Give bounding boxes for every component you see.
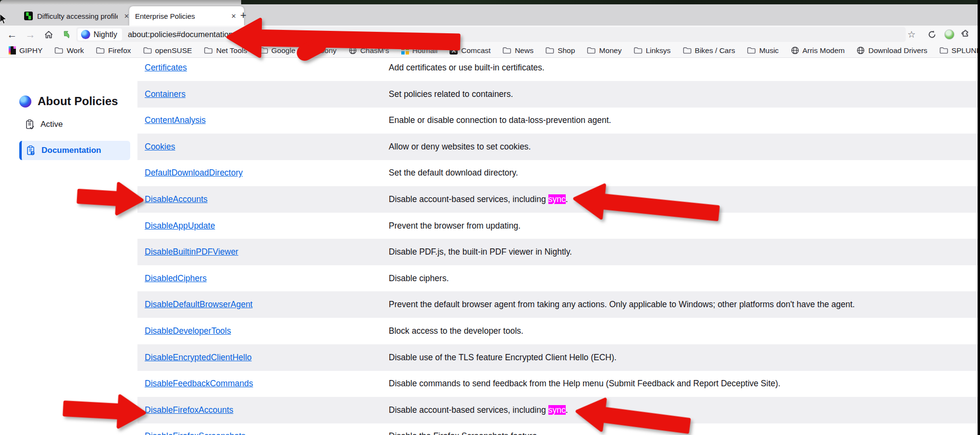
svg-text:?: ? — [32, 151, 34, 155]
policy-row: DisableAccountsDisable account-based ser… — [137, 186, 978, 213]
policy-row: DefaultDownloadDirectorySet the default … — [137, 160, 978, 186]
policy-row: DisabledCiphersDisable ciphers. — [137, 265, 978, 292]
puzzle-piece-icon — [960, 30, 969, 40]
folder-icon — [503, 47, 511, 54]
chip-label: Nightly — [94, 30, 117, 39]
bookmark-label: Linksys — [646, 46, 671, 55]
green-extension-button[interactable] — [941, 26, 957, 43]
bookmarks-toolbar: GIPHYWorkFirefoxopenSUSENet ToolsGoogleS… — [0, 43, 978, 58]
forward-button[interactable]: → — [22, 26, 39, 43]
folder-icon — [54, 47, 63, 54]
bookmark-label: openSUSE — [155, 46, 192, 55]
policy-link[interactable]: ContentAnalysis — [145, 115, 205, 125]
policy-link[interactable]: DisableFirefoxScreenshots — [145, 431, 245, 435]
policy-row: DisableEncryptedClientHelloDisable use o… — [137, 344, 978, 371]
search-engine-chip[interactable]: Nightly — [78, 28, 122, 41]
policy-link[interactable]: DefaultDownloadDirectory — [145, 168, 243, 178]
search-highlight: sync — [548, 194, 566, 204]
policy-link[interactable]: Containers — [145, 89, 186, 99]
policy-description: Set policies related to containers. — [389, 89, 513, 99]
bookmark-label: SPLUNK — [952, 46, 978, 55]
policy-row: DisableDefaultBrowserAgentPrevent the de… — [137, 291, 978, 318]
policy-description: Add certificates or use built-in certifi… — [389, 63, 544, 73]
bookmark-item[interactable]: GIPHY — [9, 46, 42, 55]
bookmark-item[interactable]: Sony — [308, 46, 337, 55]
url-text[interactable]: about:policies#documentation — [128, 30, 233, 39]
policy-link[interactable]: DisableFeedbackCommands — [145, 379, 253, 389]
bookmark-item[interactable]: Work — [54, 46, 84, 55]
firefox-nightly-logo-icon — [81, 30, 90, 39]
window-border — [0, 0, 241, 4]
bookmark-label: Firefox — [108, 46, 131, 55]
folder-icon — [308, 47, 316, 54]
policy-description: Disable use of the TLS feature Encrypted… — [389, 353, 616, 363]
policy-description: Prevent the default browser agent from t… — [389, 299, 855, 310]
green-curved-arrow-icon — [62, 29, 72, 40]
url-bar[interactable]: Nightly about:policies#documentation — [76, 27, 906, 42]
reload-button[interactable] — [924, 26, 939, 43]
bookmark-item[interactable]: News — [503, 46, 533, 55]
tab-label: Difficulty accessing profile/ — [37, 12, 118, 20]
tab-close-icon[interactable]: ✕ — [229, 12, 238, 21]
bookmark-item[interactable]: Hotmail — [401, 46, 438, 55]
bookmark-label: News — [515, 46, 533, 55]
bookmark-label: Arris Modem — [803, 46, 845, 55]
policy-link[interactable]: Certificates — [145, 63, 187, 73]
policy-link[interactable]: DisabledCiphers — [145, 273, 206, 284]
page-title: About Policies — [38, 95, 118, 108]
policy-row: DisableBuiltinPDFViewerDisable PDF.js, t… — [137, 239, 978, 265]
bookmark-item[interactable]: Firefox — [96, 46, 131, 55]
policy-description: Disable account-based services, includin… — [389, 405, 568, 415]
globe-icon — [349, 46, 357, 54]
policy-link[interactable]: DisableDeveloperTools — [145, 326, 231, 336]
bookmark-item[interactable]: Money — [587, 46, 622, 55]
bookmark-item[interactable]: Download Drivers — [857, 46, 927, 55]
bookmark-label: Comcast — [461, 46, 490, 55]
policy-description: Disable PDF.js, the built-in PDF viewer … — [389, 247, 572, 257]
bookmark-label: Music — [759, 46, 778, 55]
bookmark-item[interactable]: Net Tools — [204, 46, 247, 55]
tab-difficulty-accessing-profile[interactable]: ▚ Difficulty accessing profile/ ✕ — [18, 6, 137, 26]
reload-icon — [927, 30, 937, 39]
new-tab-button[interactable]: + — [240, 10, 246, 21]
bookmark-label: Bikes / Cars — [695, 46, 735, 55]
bookmark-item[interactable]: Bikes / Cars — [683, 46, 735, 55]
page-content: About Policies Active ? Documentation Ce… — [0, 58, 980, 435]
bookmark-item[interactable]: Music — [747, 46, 778, 55]
bookmark-star-button[interactable]: ☆ — [904, 26, 919, 43]
policy-link[interactable]: DisableAccounts — [145, 194, 207, 204]
bookmark-item[interactable]: Shop — [545, 46, 575, 55]
globe-icon — [791, 46, 799, 54]
policy-row: DisableFirefoxScreenshotsDisable the Fir… — [137, 423, 978, 435]
bookmark-label: Google — [272, 46, 296, 55]
bookmark-item[interactable]: ChasM's — [349, 46, 389, 55]
bookmark-item[interactable]: openSUSE — [143, 46, 192, 55]
sidebar-item-documentation[interactable]: ? Documentation — [19, 141, 130, 160]
extensions-button[interactable] — [957, 26, 972, 43]
policy-link[interactable]: DisableFirefoxAccounts — [145, 405, 233, 415]
policy-row: DisableDeveloperToolsBlock access to the… — [137, 318, 978, 344]
x-logo-icon: X — [449, 46, 458, 54]
back-button[interactable]: ← — [4, 26, 20, 43]
policy-link[interactable]: DisableDefaultBrowserAgent — [145, 299, 253, 310]
policy-row: ContentAnalysisEnable or disable connect… — [137, 107, 978, 134]
policy-link[interactable]: Cookies — [145, 142, 175, 152]
bookmark-item[interactable]: SPLUNK — [939, 46, 978, 55]
sidebar-item-active[interactable]: Active — [19, 115, 130, 134]
tab-enterprise-policies[interactable]: Enterprise Policies ✕ — [129, 6, 244, 26]
policy-link[interactable]: DisableEncryptedClientHello — [145, 353, 252, 363]
policy-link[interactable]: DisableBuiltinPDFViewer — [145, 247, 238, 257]
bookmark-item[interactable]: Linksys — [634, 46, 671, 55]
bookmark-item[interactable]: XComcast — [449, 46, 490, 55]
bookmark-item[interactable]: Arris Modem — [791, 46, 845, 55]
home-button[interactable] — [41, 26, 57, 43]
policy-link[interactable]: DisableAppUpdate — [145, 221, 215, 231]
page-title-row: About Policies — [19, 95, 130, 108]
policy-description: Disable ciphers. — [389, 273, 449, 284]
bookmark-item[interactable]: Google — [259, 46, 296, 55]
bookmark-label: Work — [67, 46, 84, 55]
policy-row: DisableFirefoxAccountsDisable account-ba… — [137, 397, 978, 423]
screen-right-edge — [978, 0, 980, 435]
green-redirect-extension-button[interactable] — [59, 26, 75, 43]
tab-bar: ▚ Difficulty accessing profile/ ✕ Enterp… — [0, 4, 980, 26]
